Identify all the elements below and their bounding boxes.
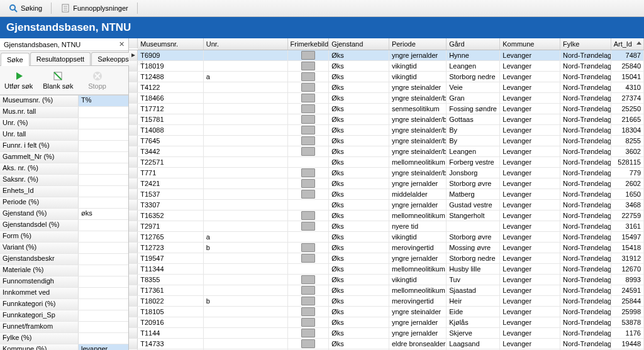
col-artid[interactable]: Art_Id — [611, 38, 644, 50]
filter-value[interactable]: T% — [79, 96, 128, 106]
table-row[interactable]: T20916Øksyngre jernalderKjølåsLevangerNo… — [129, 317, 644, 328]
table-row[interactable]: T1537ØksmiddelalderMatbergLevangerNord-T… — [129, 189, 644, 200]
filter-value[interactable] — [79, 129, 128, 140]
filter-value[interactable] — [79, 276, 128, 287]
stopp-button[interactable]: Stopp — [80, 68, 114, 92]
filter-value[interactable] — [79, 310, 128, 321]
utfor-sok-button[interactable]: Utfør søk — [1, 68, 36, 92]
row-selector[interactable] — [129, 264, 138, 274]
filter-value[interactable] — [79, 220, 128, 231]
col-museumsnr[interactable]: Museumsnr. — [138, 38, 204, 50]
table-row[interactable]: T18105Øksyngre steinalderEideLevangerNor… — [129, 307, 644, 317]
table-row[interactable]: T12723bØksmerovingertidMossing øvreLevan… — [129, 243, 644, 253]
blank-sok-button[interactable]: Blank søk — [40, 68, 76, 92]
row-selector[interactable] — [129, 104, 138, 114]
row-selector[interactable] — [129, 243, 138, 253]
filter-row[interactable]: Innkommet ved — [0, 288, 128, 299]
filter-value[interactable]: øks — [79, 209, 128, 219]
row-selector[interactable] — [129, 296, 138, 306]
table-row[interactable]: T12488aØksvikingtidStorborg nedreLevange… — [129, 72, 644, 82]
filter-row[interactable]: Gammelt_Nr (%) — [0, 152, 128, 163]
row-selector[interactable] — [129, 136, 138, 146]
table-row[interactable]: T8355ØksvikingtidTuvLevangerNord-Trøndel… — [129, 275, 644, 285]
table-row[interactable]: T18022bØksmerovingertidHeirLevangerNord-… — [129, 296, 644, 307]
filter-row[interactable]: Materiale (%) — [0, 265, 128, 276]
filter-value[interactable] — [79, 118, 128, 129]
filter-row[interactable]: Mus.nr. tall — [0, 107, 128, 118]
filter-value[interactable] — [79, 107, 128, 118]
filter-row[interactable]: Gjenstandsdel (%) — [0, 220, 128, 231]
row-selector[interactable] — [129, 168, 138, 178]
table-row[interactable]: T12765aØksvikingtidStorborg øvreLevanger… — [129, 232, 644, 243]
table-row[interactable]: T19547Øksyngre jernalderStorborg nedreLe… — [129, 253, 644, 264]
table-row[interactable]: T7645Øksyngre steinalder/broByLevangerNo… — [129, 136, 644, 146]
filter-row[interactable]: Periode (%) — [0, 197, 128, 209]
row-selector[interactable] — [129, 317, 138, 327]
filter-value[interactable] — [79, 299, 128, 310]
table-row[interactable]: T14733Økseldre bronsealderLaagsandLevang… — [129, 339, 644, 349]
row-selector[interactable] — [129, 178, 138, 189]
table-row[interactable]: T17712ØkssenmesolitikumFossing søndreLev… — [129, 104, 644, 114]
filter-value[interactable] — [79, 322, 128, 332]
row-selector[interactable] — [129, 307, 138, 317]
filter-value[interactable] — [79, 265, 128, 276]
filter-value[interactable] — [79, 152, 128, 163]
table-row[interactable]: T16352ØksmellomneolitikumStangerholtLeva… — [129, 211, 644, 221]
table-row[interactable]: T17361ØksmellomneolitikumSjaastadLevange… — [129, 285, 644, 296]
table-row[interactable]: T15781Øksyngre steinalder/broGottaasLeva… — [129, 114, 644, 125]
col-unr[interactable]: Unr. — [204, 38, 288, 50]
filter-value[interactable] — [79, 141, 128, 151]
filter-value[interactable] — [79, 197, 128, 208]
col-frimerkebilde[interactable]: Frimerkebilde — [288, 38, 330, 50]
filter-row[interactable]: Funnkategori_Sp — [0, 310, 128, 322]
filter-row[interactable]: Funnr. i felt (%) — [0, 141, 128, 152]
filter-value[interactable] — [79, 231, 128, 242]
table-row[interactable]: T14088Øksyngre steinalder/broByLevangerN… — [129, 125, 644, 136]
filter-row[interactable]: Funnet/framkom — [0, 322, 128, 333]
table-row[interactable]: T3307Øksyngre jernalderGustad vestreLeva… — [129, 200, 644, 211]
row-selector[interactable] — [129, 232, 138, 242]
row-selector[interactable] — [129, 339, 138, 349]
filter-row[interactable]: Enhets_Id — [0, 186, 128, 197]
table-row[interactable]: T22571ØksmellomneolitikumForberg vestreL… — [129, 157, 644, 168]
filter-row[interactable]: Unr. (%) — [0, 118, 128, 129]
filter-row[interactable]: Aks. nr. (%) — [0, 163, 128, 175]
table-row[interactable]: T1144Øksyngre jernalderSkjerveLevangerNo… — [129, 328, 644, 339]
filter-row[interactable]: Funnomstendigh — [0, 276, 128, 288]
tab-soke[interactable]: Søke — [1, 53, 30, 66]
filter-row[interactable]: Fylke (%) — [0, 333, 128, 344]
col-kommune[interactable]: Kommune — [500, 38, 560, 50]
table-row[interactable]: T6909Øksyngre jernalderHynneLevangerNord… — [129, 50, 644, 61]
row-selector[interactable] — [129, 50, 138, 60]
close-panel-button[interactable]: ✕ — [119, 40, 125, 48]
row-selector[interactable] — [129, 82, 138, 92]
col-periode[interactable]: Periode — [389, 38, 447, 50]
table-row[interactable]: T2971Øksnyere tidLevangerNord-Trøndelag3… — [129, 221, 644, 232]
filter-row[interactable]: Kommune (%)levanger — [0, 344, 128, 350]
filter-value[interactable] — [79, 163, 128, 174]
table-row[interactable]: T771Øksyngre steinalder/broJonsborgLevan… — [129, 168, 644, 178]
row-selector[interactable] — [129, 125, 138, 135]
table-row[interactable]: T18466Øksyngre steinalder/broGranLevange… — [129, 93, 644, 104]
row-selector[interactable] — [129, 221, 138, 231]
filter-value[interactable] — [79, 243, 128, 253]
row-selector[interactable] — [129, 189, 138, 199]
filter-value[interactable] — [79, 186, 128, 197]
filter-row[interactable]: Gjenstand (%)øks — [0, 209, 128, 220]
col-gard[interactable]: Gård — [447, 38, 500, 50]
filter-grid[interactable]: Museumsnr. (%)T%Mus.nr. tallUnr. (%)Unr.… — [0, 95, 128, 350]
filter-row[interactable]: Form (%) — [0, 231, 128, 243]
filter-row[interactable]: Gjenstandsbeskr — [0, 254, 128, 265]
row-selector[interactable] — [129, 93, 138, 103]
table-row[interactable]: T2421Øksyngre jernalderStorborg øvreLeva… — [129, 178, 644, 189]
table-row[interactable]: T3442Øksyngre steinalder/broLeangenLevan… — [129, 146, 644, 157]
col-fylke[interactable]: Fylke — [560, 38, 611, 50]
row-selector[interactable] — [129, 253, 138, 263]
filter-row[interactable]: Unr. tall — [0, 129, 128, 141]
filter-row[interactable]: Museumsnr. (%)T% — [0, 96, 128, 107]
filter-row[interactable]: Variant (%) — [0, 243, 128, 254]
row-selector[interactable] — [129, 114, 138, 124]
col-gjenstand[interactable]: Gjenstand — [329, 38, 389, 50]
row-selector[interactable] — [129, 285, 138, 295]
row-selector[interactable] — [129, 211, 138, 221]
